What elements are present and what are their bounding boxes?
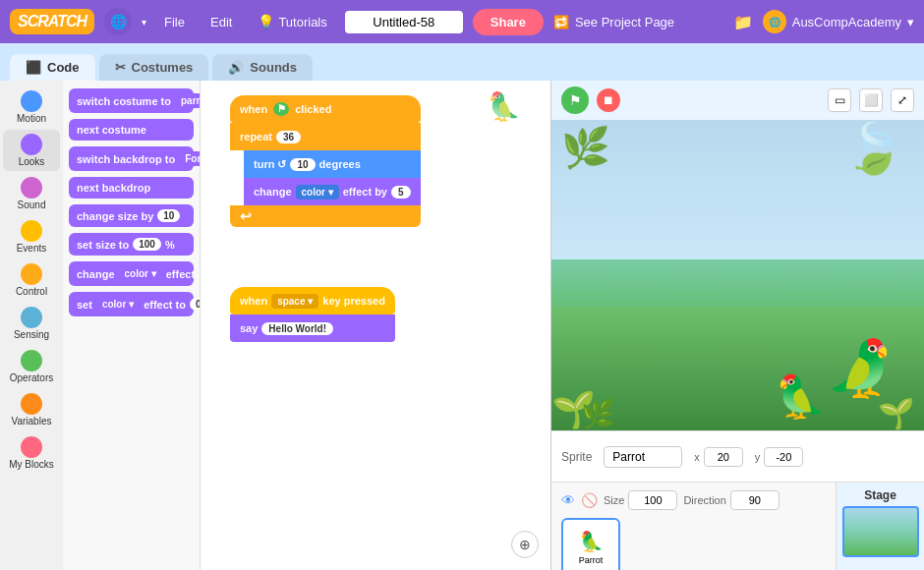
myblocks-dot: [21, 436, 42, 458]
sprite-thumbnail: 🦜: [579, 530, 604, 553]
bulb-icon: 💡: [258, 14, 274, 29]
user-menu[interactable]: 🌐 AusCompAcademy ▾: [763, 10, 914, 33]
sprite-list-item-parrot[interactable]: 🦜 Parrot: [561, 518, 620, 570]
category-sensing[interactable]: Sensing: [3, 303, 60, 344]
block-change-size[interactable]: change size by 10: [69, 204, 194, 227]
parrot-sprite2: 🦜: [775, 372, 826, 421]
block-switch-backdrop[interactable]: switch backdrop to Forest ▾: [69, 146, 194, 171]
tab-costumes[interactable]: ✂ Costumes: [99, 54, 209, 81]
color-effect-dropdown2[interactable]: color ▾: [96, 297, 140, 312]
key-dropdown[interactable]: space ▾: [271, 294, 318, 309]
top-leaves2: 🍃: [843, 120, 904, 177]
category-operators[interactable]: Operators: [3, 346, 60, 387]
stop-button[interactable]: ⏹: [597, 88, 620, 112]
globe-button[interactable]: 🌐: [104, 8, 132, 35]
category-motion[interactable]: Motion: [3, 86, 60, 128]
block-change-color-script[interactable]: change color ▾ effect by 5: [244, 178, 421, 205]
tutorials-menu[interactable]: 💡 Tutorials: [250, 10, 334, 33]
show-sprite-button[interactable]: 👁: [561, 492, 575, 508]
globe-chevron[interactable]: ▾: [142, 17, 146, 28]
category-variables[interactable]: Variables: [3, 389, 60, 430]
block-switch-costume[interactable]: switch costume to parrot-b ▾: [69, 88, 194, 113]
direction-input[interactable]: [730, 490, 780, 510]
folder-icon[interactable]: 📁: [733, 13, 753, 31]
parrot-sprite: 🦜: [826, 336, 895, 401]
bottom-area: 👁 🚫 Size Direction 🦜 Parrot: [551, 482, 924, 570]
stage-mini-panel: Stage: [836, 483, 924, 570]
block-when-space[interactable]: when space ▾ key pressed: [230, 287, 395, 314]
fullscreen-button[interactable]: ⤢: [891, 88, 914, 112]
stage-canvas: 🌿 🍃 🌱 🌿 🌱 🦜 🦜: [551, 120, 924, 430]
block-next-backdrop[interactable]: next backdrop: [69, 177, 194, 199]
sound-icon: 🔊: [228, 60, 244, 75]
operators-dot: [21, 350, 42, 371]
top-leaves: 🌿: [561, 125, 610, 171]
user-chevron: ▾: [907, 15, 914, 29]
y-coord-input[interactable]: [764, 447, 803, 467]
refresh-icon: 🔁: [553, 15, 569, 29]
sprite-name-input[interactable]: [604, 446, 682, 468]
category-control[interactable]: Control: [3, 259, 60, 301]
block-turn[interactable]: turn ↺ 10 degrees: [244, 150, 421, 178]
scissors-icon: ✂: [115, 60, 126, 75]
plant-right: 🌱: [878, 396, 914, 430]
costume-dropdown[interactable]: parrot-b ▾: [175, 93, 201, 108]
edit-menu[interactable]: Edit: [202, 11, 240, 33]
x-coord-input[interactable]: [704, 447, 743, 467]
color-effect-dropdown1[interactable]: color ▾: [119, 266, 162, 281]
block-set-size[interactable]: set size to 100 %: [69, 233, 194, 256]
share-button[interactable]: Share: [473, 9, 544, 35]
sprite-list: 🦜 Parrot: [561, 518, 826, 570]
stage-background: 🌿 🍃 🌱 🌿 🌱 🦜 🦜: [551, 120, 924, 430]
plant-left2: 🌿: [581, 398, 615, 430]
block-say[interactable]: say Hello World!: [230, 314, 395, 342]
size-group: Size: [604, 490, 677, 510]
block-categories: Motion Looks Sound Events Control Sensin…: [0, 81, 63, 570]
script-group-2: when space ▾ key pressed say Hello World…: [230, 287, 395, 342]
sound-dot: [21, 177, 42, 199]
zoom-in-button[interactable]: ⊕: [511, 531, 539, 558]
category-myblocks[interactable]: My Blocks: [3, 432, 60, 474]
expand-stage-button[interactable]: ⬜: [859, 88, 883, 112]
script-color-dropdown[interactable]: color ▾: [296, 185, 339, 200]
tab-bar: ⬛ Code ✂ Costumes 🔊 Sounds: [0, 43, 924, 81]
block-repeat-end: ↩: [230, 205, 421, 227]
block-next-costume[interactable]: next costume: [69, 119, 194, 141]
coord-x-group: x: [694, 447, 743, 467]
right-panel: ⚑ ⏹ ▭ ⬜ ⤢ 🌿 🍃 🌱 🌿 🌱 🦜: [550, 81, 924, 570]
size-input[interactable]: [628, 490, 677, 510]
sprite-visibility-row: 👁 🚫 Size Direction: [561, 490, 826, 510]
hide-sprite-button[interactable]: 🚫: [581, 492, 598, 508]
events-dot: [21, 220, 42, 242]
tab-sounds[interactable]: 🔊 Sounds: [212, 54, 313, 81]
motion-dot: [21, 90, 42, 112]
backdrop-dropdown[interactable]: Forest ▾: [179, 151, 201, 166]
block-repeat[interactable]: repeat 36: [230, 123, 421, 150]
coord-y-group: y: [755, 447, 804, 467]
block-change-color-effect[interactable]: change color ▾ effect by 25: [69, 261, 194, 286]
category-looks[interactable]: Looks: [3, 130, 60, 171]
block-set-color-effect[interactable]: set color ▾ effect to 0: [69, 292, 194, 316]
category-events[interactable]: Events: [3, 216, 60, 257]
see-project-link[interactable]: 🔁 See Project Page: [553, 15, 674, 29]
collapse-stage-button[interactable]: ▭: [828, 88, 851, 112]
block-when-flag[interactable]: when ⚑ clicked: [230, 95, 421, 123]
stage-mini-thumbnail[interactable]: [842, 506, 919, 557]
project-name-input[interactable]: [345, 11, 463, 33]
avatar: 🌐: [763, 10, 786, 33]
sprite-info-bar: Sprite x y: [551, 430, 924, 482]
scratch-logo[interactable]: SCRATCH: [10, 9, 94, 34]
category-sound[interactable]: Sound: [3, 173, 60, 214]
control-dot: [21, 263, 42, 285]
file-menu[interactable]: File: [156, 11, 193, 33]
stage-controls: ⚑ ⏹ ▭ ⬜ ⤢: [551, 81, 924, 120]
tab-code[interactable]: ⬛ Code: [10, 54, 95, 81]
script-area[interactable]: 🦜 when ⚑ clicked repeat 36 turn ↺ 10 deg…: [201, 81, 550, 570]
code-icon: ⬛: [26, 60, 41, 75]
flag-symbol: ⚑: [273, 102, 289, 116]
main-area: Motion Looks Sound Events Control Sensin…: [0, 81, 924, 570]
direction-group: Direction: [683, 490, 779, 510]
script-group-1: when ⚑ clicked repeat 36 turn ↺ 10 degre…: [230, 95, 421, 227]
green-flag-button[interactable]: ⚑: [561, 86, 589, 114]
top-nav: SCRATCH 🌐 ▾ File Edit 💡 Tutorials Share …: [0, 0, 924, 43]
